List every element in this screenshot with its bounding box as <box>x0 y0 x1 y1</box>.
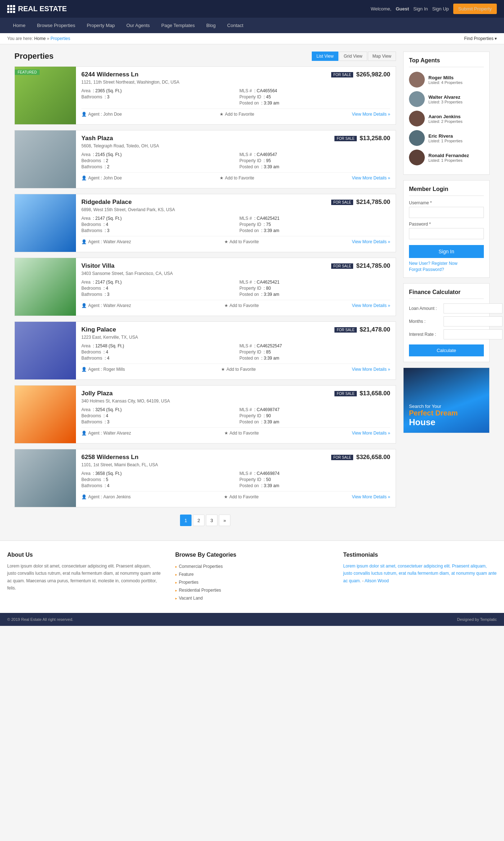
detail-key: Property ID <box>239 222 261 227</box>
property-top-row: 6244 Wilderness LnFOR SALE$265,982.00 <box>81 71 390 78</box>
add-to-favorite[interactable]: ★ Add to Favorite <box>221 367 256 372</box>
category-item[interactable]: Residential Properties <box>175 586 329 594</box>
nav-link[interactable]: Blog <box>201 18 221 33</box>
interest-rate-input[interactable] <box>444 329 503 339</box>
detail-value: : 3:39 am <box>261 356 279 361</box>
detail-label: Area : 2145 (Sq. Ft.) <box>81 152 232 157</box>
property-image <box>15 386 76 443</box>
detail-label: MLS # : CA4625421 <box>239 280 390 285</box>
property-info: 6258 Wilderness LnFOR SALE$326,658.00110… <box>76 449 396 507</box>
detail-value: : 3 <box>105 94 109 99</box>
person-icon: 👤 <box>81 175 87 181</box>
view-more-link[interactable]: View More Details » <box>352 175 391 181</box>
detail-key: Bedrooms <box>81 286 101 291</box>
nav-link[interactable]: Page Templates <box>156 18 201 33</box>
add-to-favorite[interactable]: ★ Add to Favorite <box>224 494 258 499</box>
detail-label: Bedrooms : 2 <box>81 158 232 163</box>
detail-value: : CA46252547 <box>254 343 282 348</box>
footer-testimonials: Testimonials Lorem ipsum dolor sit amet,… <box>343 552 497 602</box>
agent-prefix: Agent : <box>88 303 102 308</box>
add-to-favorite[interactable]: ★ Add to Favorite <box>224 239 259 244</box>
top-agent-item: Walter AlvarezListed: 3 Properties <box>409 91 484 107</box>
footer-testimonials-title: Testimonials <box>343 552 497 558</box>
property-price-wrap: FOR SALE$214,785.00 <box>331 199 390 206</box>
add-to-favorite[interactable]: ★ Add to Favorite <box>220 112 254 117</box>
add-to-favorite[interactable]: ★ Add to Favorite <box>224 431 259 436</box>
breadcrumb-home[interactable]: Home <box>34 36 46 41</box>
property-address: 6898, West 15th Street, Overland Park, K… <box>81 207 390 212</box>
star-icon: ★ <box>224 239 228 244</box>
nav-link[interactable]: Home <box>7 18 31 33</box>
signin-button[interactable]: Sign In <box>409 245 484 258</box>
detail-value: : 4 <box>103 286 108 291</box>
view-more-link[interactable]: View More Details » <box>352 303 390 308</box>
property-name: 6244 Wilderness Ln <box>81 71 139 78</box>
view-more-link[interactable]: View More Details » <box>352 239 390 244</box>
view-more-link[interactable]: View More Details » <box>352 112 391 117</box>
property-image <box>15 258 76 316</box>
password-input[interactable] <box>409 228 484 239</box>
detail-key: Bedrooms <box>81 158 101 163</box>
property-price: $21,478.00 <box>360 326 390 333</box>
detail-key: Property ID <box>239 158 261 163</box>
detail-label: Property ID : 85 <box>239 350 390 355</box>
nav-link[interactable]: Contact <box>221 18 249 33</box>
page-3-button[interactable]: 3 <box>206 515 217 526</box>
detail-value: : 2147 (Sq. Ft.) <box>93 216 122 221</box>
nav-link[interactable]: Our Agents <box>121 18 156 33</box>
forgot-password-link[interactable]: Forgot Password? <box>409 267 484 272</box>
detail-value: : 4 <box>105 483 109 488</box>
category-item[interactable]: Vacant Land <box>175 594 329 602</box>
finance-calculator-section: Finance Calculator Loan Amount : Months … <box>403 283 490 362</box>
detail-label: Bathrooms : 3 <box>81 94 232 99</box>
properties-title: Properties <box>14 52 54 61</box>
detail-value: : CA469547 <box>254 152 277 157</box>
agent-name: Walter Alvarez <box>103 303 131 308</box>
featured-badge: FEATURED <box>15 70 40 75</box>
detail-label: Area : 2147 (Sq. Ft.) <box>81 216 232 221</box>
loan-label: Loan Amount : <box>409 306 441 311</box>
page-next-button[interactable]: » <box>219 515 230 526</box>
agent-prefix: Agent : <box>88 175 102 181</box>
map-view-button[interactable]: Map View <box>368 52 396 61</box>
sign-in-link[interactable]: Sign In <box>413 6 428 12</box>
property-top-row: 6258 Wilderness LnFOR SALE$326,658.00 <box>81 454 390 461</box>
username-input[interactable] <box>409 207 484 218</box>
category-item[interactable]: Commercial Properties <box>175 562 329 570</box>
detail-value: : 3:39 am <box>261 164 279 169</box>
nav-link[interactable]: Browse Properties <box>31 18 81 33</box>
add-to-favorite[interactable]: ★ Add to Favorite <box>224 303 259 308</box>
list-view-button[interactable]: List View <box>312 52 338 61</box>
footer-about-text: Lorem ipsum dolor sit amet, consectetuer… <box>7 562 161 592</box>
person-icon: 👤 <box>81 112 87 117</box>
nav-link[interactable]: Property Map <box>81 18 121 33</box>
detail-key: MLS # <box>239 280 252 285</box>
property-price: $13,258.00 <box>360 135 390 142</box>
page-1-button[interactable]: 1 <box>180 515 192 526</box>
find-properties[interactable]: Find Properties ▾ <box>464 36 497 41</box>
property-top-row: King PalaceFOR SALE$21,478.00 <box>81 326 390 333</box>
months-input[interactable] <box>444 316 503 326</box>
member-login-title: Member Login <box>409 186 484 196</box>
person-icon: 👤 <box>81 367 87 372</box>
register-link[interactable]: New User? Register Now <box>409 261 484 266</box>
view-more-link[interactable]: View More Details » <box>352 494 390 499</box>
page-2-button[interactable]: 2 <box>193 515 204 526</box>
nav-item: Blog <box>201 18 221 33</box>
detail-value: : 3 <box>105 292 109 297</box>
property-info: Yash PlazaFOR SALE$13,258.005608, Telegr… <box>76 130 396 188</box>
category-item[interactable]: Properties <box>175 578 329 586</box>
grid-view-button[interactable]: Grid View <box>339 52 367 61</box>
view-more-link[interactable]: View More Details » <box>352 431 390 436</box>
detail-label: Bathrooms : 4 <box>81 483 232 488</box>
submit-property-button[interactable]: Submit Property <box>453 4 497 14</box>
agent-info: Walter AlvarezListed: 3 Properties <box>428 94 463 104</box>
property-name: Ridgedale Palace <box>81 199 132 206</box>
add-to-favorite[interactable]: ★ Add to Favorite <box>220 175 254 181</box>
loan-amount-input[interactable] <box>444 303 503 313</box>
sign-up-link[interactable]: Sign Up <box>432 6 449 12</box>
category-item[interactable]: Feature <box>175 570 329 578</box>
property-price-wrap: FOR SALE$13,258.00 <box>334 135 390 142</box>
view-more-link[interactable]: View More Details » <box>352 367 390 372</box>
calculate-button[interactable]: Calculate <box>409 344 484 356</box>
